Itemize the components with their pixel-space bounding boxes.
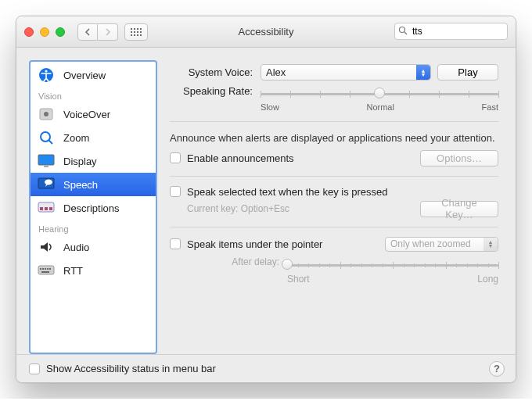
sidebar-item-label: Zoom: [63, 132, 89, 144]
sidebar-item-label: VoiceOver: [63, 109, 110, 120]
rate-normal-label: Normal: [366, 102, 394, 112]
rate-fast-label: Fast: [482, 102, 498, 112]
svg-point-17: [44, 112, 49, 116]
chevron-updown-icon: ▲▼: [483, 238, 498, 251]
sidebar-item-label: Audio: [63, 242, 89, 253]
announcements-options-button[interactable]: Options…: [420, 150, 498, 166]
sidebar-section-header: Hearing: [31, 220, 156, 235]
svg-rect-20: [38, 155, 54, 165]
speech-icon: [37, 177, 56, 192]
accessibility-icon: [37, 67, 56, 83]
search-input[interactable]: [411, 25, 516, 38]
svg-rect-8: [131, 34, 132, 36]
speech-settings-pane: System Voice: Alex ▲▼ Play Speaking Rate…: [157, 60, 503, 354]
sidebar-section-header: Vision: [31, 87, 156, 102]
svg-rect-29: [40, 268, 41, 270]
speak-selected-checkbox[interactable]: [170, 186, 181, 197]
search-icon: [398, 26, 408, 38]
system-voice-value: Alex: [266, 66, 286, 78]
svg-rect-27: [49, 207, 52, 210]
sidebar-item-descriptions[interactable]: Descriptions: [31, 196, 156, 220]
enable-announcements-checkbox[interactable]: [170, 152, 181, 163]
show-status-menubar-checkbox[interactable]: [29, 363, 40, 374]
svg-rect-4: [131, 31, 132, 33]
sidebar-item-speech[interactable]: Speech: [31, 173, 156, 196]
svg-rect-6: [137, 31, 138, 33]
rtt-icon: [37, 263, 56, 278]
zoom-icon: [37, 130, 56, 145]
window-controls: [24, 27, 65, 37]
sidebar-item-voiceover[interactable]: VoiceOver: [31, 102, 156, 126]
titlebar: Accessibility ✕: [16, 16, 516, 48]
speaking-rate-label: Speaking Rate:: [170, 85, 261, 97]
close-window-button[interactable]: [24, 27, 34, 37]
sidebar-item-label: Overview: [63, 70, 106, 81]
play-button[interactable]: Play: [437, 64, 498, 81]
audio-icon: [37, 239, 56, 255]
svg-rect-32: [47, 268, 49, 270]
speaking-rate-slider[interactable]: [261, 87, 498, 101]
announce-description: Announce when alerts are displayed or ap…: [170, 131, 498, 145]
back-button[interactable]: [77, 23, 98, 41]
svg-rect-31: [45, 268, 46, 270]
search-field[interactable]: ✕: [394, 23, 508, 40]
footer: Show Accessibility status in menu bar ?: [16, 354, 516, 382]
svg-line-19: [49, 140, 52, 144]
svg-rect-28: [38, 266, 54, 274]
svg-point-23: [45, 180, 52, 185]
descriptions-icon: [37, 200, 56, 216]
category-sidebar[interactable]: Overview Vision VoiceOver Zoom Display: [29, 60, 157, 354]
help-button[interactable]: ?: [489, 361, 505, 377]
sidebar-item-zoom[interactable]: Zoom: [31, 126, 156, 149]
svg-rect-21: [44, 166, 49, 167]
rate-slow-label: Slow: [261, 102, 279, 112]
svg-rect-30: [42, 268, 44, 270]
svg-rect-25: [40, 207, 43, 210]
sidebar-item-label: RTT: [63, 265, 83, 277]
svg-rect-33: [49, 268, 51, 270]
delay-long-label: Long: [477, 274, 498, 285]
system-voice-select[interactable]: Alex ▲▼: [261, 64, 431, 81]
sidebar-item-overview[interactable]: Overview: [31, 63, 156, 87]
display-icon: [37, 153, 56, 169]
svg-line-13: [404, 32, 407, 34]
sidebar-item-label: Descriptions: [63, 202, 120, 214]
zoom-window-button[interactable]: [56, 27, 65, 37]
enable-announcements-label: Enable announcements: [187, 152, 420, 164]
sidebar-item-label: Display: [63, 156, 97, 167]
speak-selected-label: Speak selected text when the key is pres…: [187, 186, 388, 198]
after-delay-label: After delay:: [170, 256, 287, 267]
svg-rect-7: [140, 31, 142, 33]
voiceover-icon: [37, 106, 56, 122]
current-key-label: Current key: Option+Esc: [187, 203, 420, 214]
after-delay-slider[interactable]: [287, 258, 498, 272]
delay-short-label: Short: [287, 274, 310, 285]
svg-point-12: [400, 27, 405, 32]
sidebar-item-audio[interactable]: Audio: [31, 235, 156, 259]
show-all-button[interactable]: [124, 23, 148, 41]
speak-pointer-mode-value: Only when zoomed: [390, 238, 471, 249]
speak-pointer-mode-select[interactable]: Only when zoomed ▲▼: [385, 237, 498, 252]
accessibility-prefpane-window: Accessibility ✕ Overview Vision Voic: [16, 16, 516, 383]
minimize-window-button[interactable]: [40, 27, 49, 37]
svg-rect-5: [134, 31, 135, 33]
svg-rect-34: [41, 271, 49, 273]
svg-rect-2: [137, 28, 138, 30]
svg-rect-10: [137, 34, 138, 36]
show-status-menubar-label: Show Accessibility status in menu bar: [46, 363, 216, 374]
change-key-button[interactable]: Change Key…: [420, 201, 498, 217]
svg-rect-9: [134, 34, 135, 36]
svg-rect-26: [45, 207, 48, 210]
sidebar-item-rtt[interactable]: RTT: [31, 259, 156, 282]
sidebar-item-display[interactable]: Display: [31, 149, 156, 173]
speak-pointer-checkbox[interactable]: [170, 238, 181, 249]
svg-rect-1: [134, 28, 135, 30]
speak-pointer-label: Speak items under the pointer: [187, 238, 385, 250]
svg-rect-11: [140, 34, 142, 36]
svg-point-15: [45, 70, 47, 72]
sidebar-item-label: Speech: [63, 179, 98, 191]
svg-rect-3: [140, 28, 142, 30]
forward-button[interactable]: [98, 23, 118, 41]
svg-rect-0: [131, 28, 132, 30]
system-voice-label: System Voice:: [170, 66, 261, 78]
